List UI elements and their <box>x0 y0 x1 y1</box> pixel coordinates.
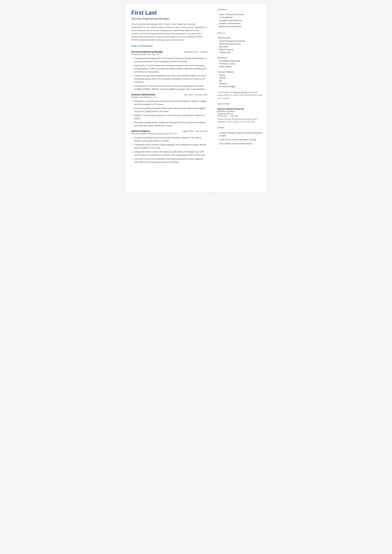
list-item: Vulnerability Assessment <box>217 60 263 62</box>
contact-title: CONTACT <box>217 9 263 12</box>
job-2-dates: June 2013 – October 2015 <box>184 94 207 96</box>
job-1: Security Engineering Manager November 20… <box>131 50 207 91</box>
list-item: Configured and managed RW's RSA Security… <box>134 57 207 63</box>
candidate-title: Security Engineering Manager <box>131 17 207 20</box>
list-item: Immunity Debugger <box>217 85 263 88</box>
list-item: GIAC Certified Incident Handler (GCIH). <box>217 142 263 145</box>
skills-title: SKILLS <box>217 32 263 35</box>
technical-skills-category: Technical Skills: <box>217 37 263 39</box>
list-item: Networking (Experienced) <box>217 43 263 45</box>
list-item: Conducted patching processes that ensure… <box>134 107 207 113</box>
list-item: Splunk <box>217 74 263 76</box>
job-1-bullets: Configured and managed RW's RSA Security… <box>131 57 207 91</box>
candidate-name: First Last <box>131 9 207 16</box>
note-pre: Don't forget to use <box>218 91 234 93</box>
list-item: Wireshark <box>217 83 263 85</box>
skills-note: · Don't forget to use Resume Worded to s… <box>217 91 263 99</box>
list-item: Launched a server and virtualization eff… <box>134 157 207 164</box>
list-item: Decreased average server downtime at Gro… <box>134 121 207 127</box>
education-title: EDUCATION <box>217 103 263 106</box>
edu-field: Computer Science <box>217 113 263 115</box>
job-3-bullets: Assisted in providing first and second-l… <box>131 136 207 164</box>
list-item: Network Security <box>217 49 263 51</box>
list-item: OWASP <box>217 77 263 79</box>
list-item: Maintained a comprehensive inventory of … <box>134 100 207 106</box>
list-item: Assisted in providing first and second-l… <box>134 136 207 142</box>
list-item: Supervised a 7-member team that constant… <box>134 64 207 73</box>
list-item: Incident Response (Advanced) <box>217 40 263 42</box>
list-item: Penetration Testing <box>217 63 263 65</box>
skills-section: SKILLS Technical Skills: Incident Respon… <box>217 32 263 99</box>
list-item: Conducted hourly scheduled Juniper upgra… <box>134 143 207 149</box>
job-3-company: Resume Worded's Exciting Company, New Yo… <box>131 133 207 135</box>
other-list: Certified Information Systems Security P… <box>217 132 263 145</box>
job-1-title: Security Engineering Manager <box>131 50 163 53</box>
edu-university: Resume Worded University <box>217 108 263 110</box>
contact-list: Salem, OR (Open to Remote) +1-332-908-55… <box>217 14 263 28</box>
list-item: Conducted 15 IT security risk assessment… <box>134 85 207 91</box>
job-2-title: Systems Administrator <box>131 93 155 96</box>
list-item: CCNP Service Provider Operations (CCNO). <box>217 138 263 141</box>
right-panel: CONTACT Salem, OR (Open to Remote) +1-33… <box>213 3 267 193</box>
contact-section: CONTACT Salem, OR (Open to Remote) +1-33… <box>217 9 263 28</box>
list-item: linkedin.com/in/username <box>217 22 263 25</box>
edu-location: Boston, MA — July 2010 <box>217 115 263 117</box>
list-item: Salem, OR (Open to Remote) <box>217 14 263 16</box>
list-item: Installed 7 new operating systems on ove… <box>134 114 207 120</box>
work-experience-section: WORK EXPERIENCE Security Engineering Man… <box>131 45 207 164</box>
tools-list: Splunk OWASP IPS Wireshark Immunity Debu… <box>217 74 263 88</box>
job-3-header: Network Engineer August 2010 – January 2… <box>131 130 207 132</box>
tools-category: Tools and Software: <box>217 71 263 73</box>
job-3-title: Network Engineer <box>131 130 150 132</box>
list-item: Created and customized requirements for … <box>134 74 207 84</box>
right-sections: CONTACT Salem, OR (Open to Remote) +1-33… <box>217 9 263 145</box>
list-item: Safeguarded RWEC critical information by… <box>134 150 207 157</box>
job-3-dates: August 2010 – January 2013 <box>182 130 207 132</box>
techniques-category: Techniques: <box>217 57 263 59</box>
resume-worded-link[interactable]: Resume Worded <box>234 91 247 93</box>
list-item: github.com/resumeworded <box>217 25 263 28</box>
edu-degree: Bachelor of Science <box>217 110 263 112</box>
resume-container: First Last Security Engineering Manager … <box>125 3 267 193</box>
edu-awards: Awards: Resume Worded Teaching Fellow (o… <box>217 118 263 123</box>
job-2-header: Systems Administrator June 2013 – Octobe… <box>131 93 207 96</box>
list-item: +1-332-908-554 <box>217 16 263 19</box>
job-1-company: Resume Worded, New York, NY <box>131 53 207 56</box>
techniques-skills: Techniques: Vulnerability Assessment Pen… <box>217 57 263 68</box>
candidate-summary: Security engineering manager with 9+ yea… <box>131 22 207 42</box>
job-3: Network Engineer August 2010 – January 2… <box>131 130 207 164</box>
list-item: Binary Analysis <box>217 65 263 68</box>
other-section: OTHER Certified Information Systems Secu… <box>217 127 263 145</box>
list-item: Burp Suite <box>217 46 263 48</box>
list-item: Certified Information Systems Security P… <box>217 132 263 137</box>
left-panel: First Last Security Engineering Manager … <box>125 3 213 193</box>
work-experience-title: WORK EXPERIENCE <box>131 45 207 48</box>
technical-skills: Technical Skills: Incident Response (Adv… <box>217 37 263 54</box>
job-2: Systems Administrator June 2013 – Octobe… <box>131 93 207 127</box>
job-2-bullets: Maintained a comprehensive inventory of … <box>131 100 207 127</box>
list-item: IPS <box>217 80 263 82</box>
list-item: email@resumeworded.com <box>217 19 263 22</box>
techniques-list: Vulnerability Assessment Penetration Tes… <box>217 60 263 68</box>
tools-skills: Tools and Software: Splunk OWASP IPS Wir… <box>217 71 263 88</box>
job-2-company: Growthsi, San Francisco, CA <box>131 96 207 98</box>
job-1-dates: November 2015 – Present <box>184 51 207 53</box>
technical-skills-list: Incident Response (Advanced) Networking … <box>217 40 263 54</box>
education-details: Resume Worded University Bachelor of Sci… <box>217 108 263 123</box>
other-title: OTHER <box>217 127 263 130</box>
education-section: EDUCATION Resume Worded University Bache… <box>217 103 263 123</box>
job-1-header: Security Engineering Manager November 20… <box>131 50 207 53</box>
list-item: Cybersecurity <box>217 51 263 54</box>
